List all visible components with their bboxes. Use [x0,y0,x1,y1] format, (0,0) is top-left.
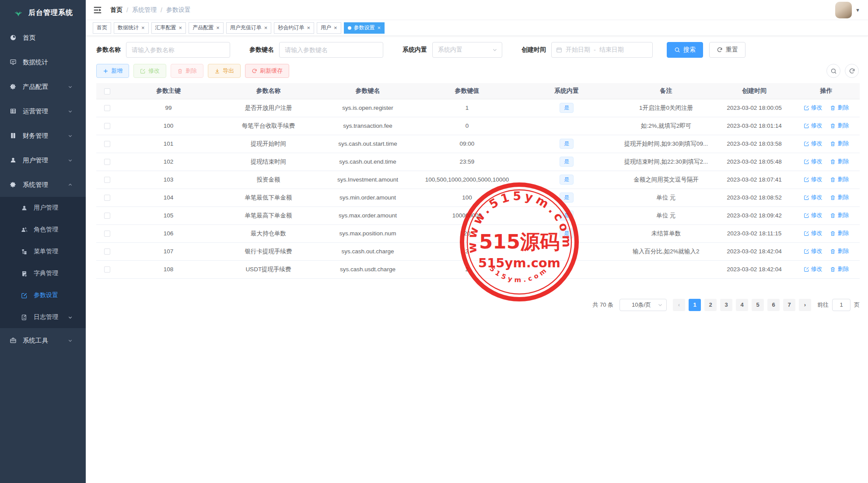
reset-button[interactable]: 重置 [709,42,746,58]
row-delete-link[interactable]: 删除 [830,175,849,183]
sidebar-item-user-mgmt[interactable]: 用户管理 [0,148,86,172]
page-size-value: 10条/页 [625,301,658,309]
param-name-input[interactable] [126,42,230,58]
row-delete-link[interactable]: 删除 [830,104,849,112]
row-delete-link[interactable]: 删除 [830,122,849,130]
refresh-cache-button[interactable]: 刷新缓存 [245,64,289,78]
breadcrumb-home[interactable]: 首页 [110,6,122,14]
sidebar-item-operation[interactable]: 运营管理 [0,99,86,123]
sidebar-item-system-mgmt[interactable]: 系统管理 [0,172,86,197]
row-edit-link[interactable]: 修改 [804,104,822,112]
row-checkbox[interactable] [104,266,110,273]
row-checkbox[interactable] [104,159,110,165]
row-checkbox[interactable] [104,141,110,147]
row-checkbox[interactable] [104,213,110,219]
tab[interactable]: 产品配置 × [189,22,224,34]
sidebar-subitem-role-mgmt[interactable]: 角色管理 [0,219,86,241]
row-delete-link[interactable]: 删除 [830,158,849,165]
show-search-toggle-button[interactable] [826,64,840,78]
row-edit-link[interactable]: 修改 [804,211,822,219]
sidebar-subitem-dict-mgmt[interactable]: 字典管理 [0,262,86,284]
cell-param-value: 100000000 [417,206,517,224]
tab-label: 秒合约订单 [278,24,304,32]
export-button[interactable]: 导出 [208,64,241,78]
tab-close-icon[interactable]: × [141,25,145,31]
sidebar-item-product-config[interactable]: 产品配置 [0,74,86,99]
sidebar-item-system-tools[interactable]: 系统工具 [0,328,86,353]
tab-close-icon[interactable]: × [307,25,310,31]
tab-close-icon[interactable]: × [378,25,381,31]
sidebar-subitem-param-settings[interactable]: 参数设置 [0,284,86,306]
pagination: 共 70 条 10条/页 ‹ 1234567 › 前往 页 [96,299,860,311]
page-number-button[interactable]: 2 [704,299,717,311]
tab-close-icon[interactable]: × [334,25,337,31]
row-edit-link[interactable]: 修改 [804,175,822,183]
row-edit-link[interactable]: 修改 [804,265,822,273]
tab[interactable]: 汇率配置 × [151,22,186,34]
tab[interactable]: 参数设置 × [344,22,385,34]
page-number-button[interactable]: 3 [720,299,732,311]
tab[interactable]: 用户 × [317,22,341,34]
cell-param-name: 银行卡提现手续费 [219,242,318,260]
next-page-button[interactable]: › [799,299,811,311]
page-number-button[interactable]: 7 [783,299,795,311]
sidebar-item-data-stats[interactable]: 数据统计 [0,50,86,74]
ledger-book-icon [10,132,17,139]
edit-button[interactable]: 修改 [133,64,166,78]
page-number-button[interactable]: 6 [767,299,780,311]
param-key-input[interactable] [279,42,383,58]
table-row: 108 USDT提现手续费 sys.cash.usdt.charge 2 是 2… [96,260,860,278]
row-delete-link[interactable]: 删除 [830,265,849,273]
add-button[interactable]: 新增 [96,64,129,78]
tab[interactable]: 数据统计 × [114,22,149,34]
row-delete-link[interactable]: 删除 [830,140,849,147]
page-size-select[interactable]: 10条/页 [620,299,667,311]
tab-close-icon[interactable]: × [264,25,268,31]
table-row: 107 银行卡提现手续费 sys.cash.out.charge 3 是 输入百… [96,242,860,260]
sidebar-subitem-log-mgmt[interactable]: 日志管理 [0,306,86,328]
page-number-button[interactable]: 4 [736,299,748,311]
avatar[interactable] [835,2,852,18]
collapse-sidebar-icon[interactable] [93,5,102,15]
row-edit-link[interactable]: 修改 [804,229,822,237]
sidebar-item-finance[interactable]: 财务管理 [0,123,86,148]
cell-param-id: 105 [118,206,219,224]
user-icon [10,157,17,164]
page-number-button[interactable]: 1 [689,299,701,311]
row-edit-link[interactable]: 修改 [804,158,822,165]
row-checkbox[interactable] [104,123,110,129]
select-all-checkbox[interactable] [104,88,110,94]
date-range-picker[interactable]: 开始日期 - 结束日期 [551,42,653,58]
page-number-button[interactable]: 5 [752,299,764,311]
row-checkbox[interactable] [104,105,110,111]
tab[interactable]: 首页 × [93,22,111,34]
prev-page-button[interactable]: ‹ [673,299,685,311]
row-delete-link[interactable]: 删除 [830,193,849,201]
row-edit-link[interactable]: 修改 [804,122,822,130]
row-edit-link[interactable]: 修改 [804,193,822,201]
search-button[interactable]: 搜索 [667,42,703,58]
row-edit-link[interactable]: 修改 [804,247,822,255]
sidebar-subitem-user-mgmt[interactable]: 用户管理 [0,197,86,219]
tab[interactable]: 用户充值订单 × [226,22,272,34]
breadcrumb-system-mgmt[interactable]: 系统管理 [132,6,157,14]
tab-close-icon[interactable]: × [216,25,220,31]
delete-button[interactable]: 删除 [171,64,203,78]
row-checkbox[interactable] [104,177,110,183]
sidebar-item-home[interactable]: 首页 [0,25,86,50]
tab-close-icon[interactable]: × [179,25,182,31]
refresh-table-button[interactable] [845,64,859,78]
caret-down-icon[interactable]: ▼ [855,7,860,13]
row-delete-link[interactable]: 删除 [830,229,849,237]
builtin-select[interactable]: 系统内置 [432,42,502,58]
row-checkbox[interactable] [104,195,110,201]
row-checkbox[interactable] [104,248,110,255]
row-checkbox[interactable] [104,231,110,237]
row-delete-link[interactable]: 删除 [830,247,849,255]
row-delete-link[interactable]: 删除 [830,211,849,219]
trash-icon [830,159,836,164]
sidebar-subitem-menu-mgmt[interactable]: 菜单管理 [0,241,86,262]
goto-page-input[interactable] [832,299,850,311]
tab[interactable]: 秒合约订单 × [274,22,314,34]
row-edit-link[interactable]: 修改 [804,140,822,147]
